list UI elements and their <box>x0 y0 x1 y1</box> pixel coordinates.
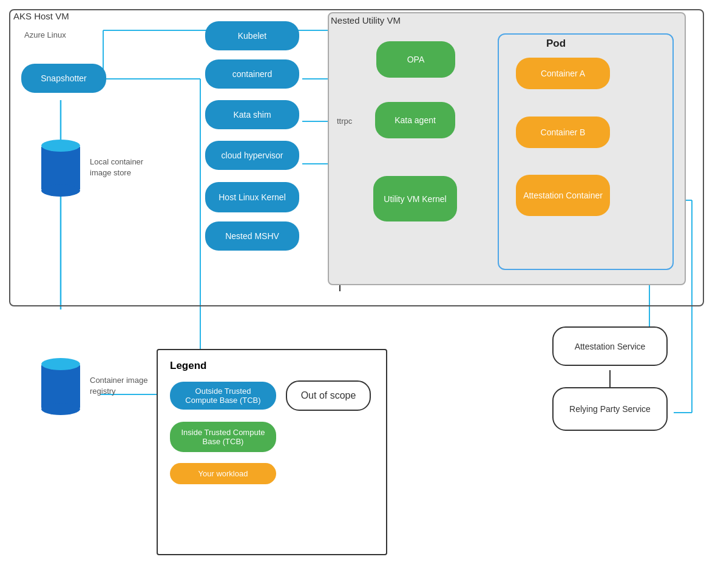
legend-your-workload-label: Your workload <box>198 469 248 478</box>
opa-btn: OPA <box>376 41 455 78</box>
db-top <box>41 140 80 152</box>
legend-inside-tcb-btn: Inside Trusted Compute Base (TCB) <box>170 422 276 452</box>
attestation-container-btn: Attestation Container <box>516 175 610 216</box>
azure-linux-label: Azure Linux <box>24 30 66 39</box>
nested-vm-label: Nested Utility VM <box>331 15 401 25</box>
kata-shim-btn: Kata shim <box>205 100 299 129</box>
legend-inside-tcb-label: Inside Trusted Compute Base (TCB) <box>181 428 265 446</box>
registry-db-top <box>41 358 80 370</box>
db-bottom <box>41 184 80 197</box>
kubelet-btn: Kubelet <box>205 21 299 50</box>
kata-agent-btn: Kata agent <box>375 102 455 138</box>
host-linux-kernel-btn: Host Linux Kernel <box>205 182 299 212</box>
legend-outside-tcb-item: Outside Trusted Compute Base (TCB) Out o… <box>170 380 374 411</box>
local-db-cylinder <box>41 140 80 197</box>
container-a-btn: Container A <box>516 58 610 89</box>
legend-out-of-scope-box: Out of scope <box>286 380 371 411</box>
legend-box: Legend Outside Trusted Compute Base (TCB… <box>157 349 387 555</box>
ttrpc-label: ttrpc <box>337 117 352 126</box>
legend-outside-tcb-label: Outside Trusted Compute Base (TCB) <box>185 387 260 405</box>
pod-label: Pod <box>546 38 566 50</box>
relying-party-service-label: Relying Party Service <box>569 404 651 414</box>
container-b-btn: Container B <box>516 117 610 148</box>
registry-db-cylinder <box>41 358 80 415</box>
local-db-label: Local container image store <box>90 157 157 178</box>
nested-mshv-btn: Nested MSHV <box>205 221 299 251</box>
diagram-container: AKS Host VM Azure Linux Nested Utility V… <box>0 0 718 588</box>
cloud-hypervisor-btn: cloud hypervisor <box>205 141 299 170</box>
attestation-service-box: Attestation Service <box>552 326 668 366</box>
registry-db-body <box>41 365 80 408</box>
legend-out-of-scope-label: Out of scope <box>301 390 356 401</box>
db-body <box>41 147 80 189</box>
legend-title: Legend <box>170 360 374 372</box>
attestation-service-label: Attestation Service <box>575 342 646 351</box>
registry-db-bottom <box>41 403 80 415</box>
snapshotter-btn: Snapshotter <box>21 64 106 93</box>
legend-outside-tcb-btn: Outside Trusted Compute Base (TCB) <box>170 382 276 410</box>
relying-party-service-box: Relying Party Service <box>552 387 668 431</box>
legend-your-workload-btn: Your workload <box>170 463 276 484</box>
utility-vm-kernel-btn: Utility VM Kernel <box>373 176 457 221</box>
aks-host-label: AKS Host VM <box>13 11 69 21</box>
containerd-btn: containerd <box>205 59 299 89</box>
legend-your-workload-item: Your workload <box>170 463 374 484</box>
legend-inside-tcb-item: Inside Trusted Compute Base (TCB) <box>170 422 374 452</box>
registry-db-label: Container image registry <box>90 375 163 397</box>
